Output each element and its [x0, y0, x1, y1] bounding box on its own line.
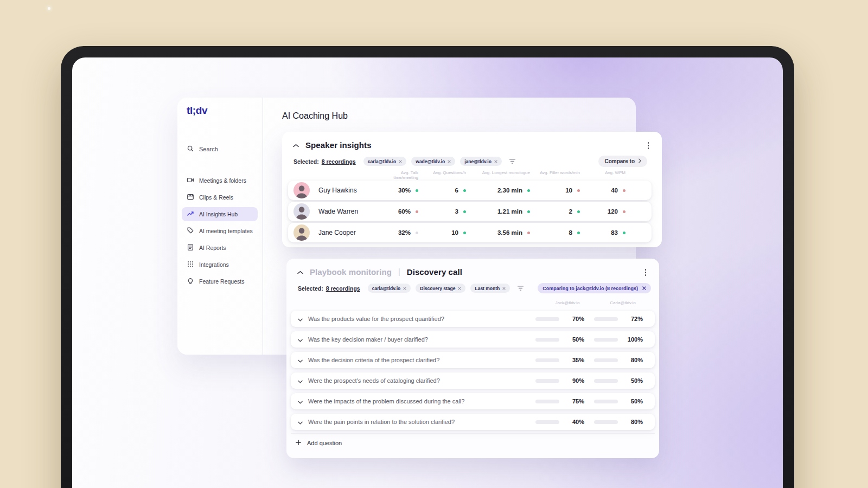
- sidebar-item-label: Feature Requests: [199, 278, 244, 285]
- table-row[interactable]: Jane Cooper 32% 10 3.56 min 8 83: [288, 223, 652, 242]
- question-text: Was the decision criteria of the prospec…: [308, 357, 530, 363]
- close-icon[interactable]: [642, 286, 646, 291]
- close-icon[interactable]: [448, 159, 451, 164]
- sidebar-item-clips[interactable]: Clips & Reels: [182, 190, 258, 204]
- kebab-menu-icon[interactable]: [644, 268, 648, 277]
- sidebar-item-feature-requests[interactable]: Feature Requests: [182, 274, 258, 288]
- progress-bar-right: [594, 400, 618, 403]
- table-row[interactable]: Wade Warren 60% 3 1.21 min 2 120: [288, 202, 652, 221]
- sidebar-item-ai-insights-hub[interactable]: AI Insights Hub: [182, 207, 258, 221]
- playbook-title-muted: Playbook monitoring: [310, 267, 392, 277]
- filter-chip[interactable]: Discovery stage: [416, 284, 465, 293]
- question-row[interactable]: Were the prospect's needs of cataloging …: [291, 373, 655, 389]
- progress-bar-left: [535, 317, 559, 321]
- question-row[interactable]: Was the key decision maker / buyer clari…: [291, 331, 655, 348]
- grid-dots-icon: [187, 260, 194, 269]
- filter-chip[interactable]: carla@tldv.io: [368, 284, 411, 293]
- question-row[interactable]: Was the decision criteria of the prospec…: [291, 352, 655, 368]
- kebab-menu-icon[interactable]: [647, 141, 650, 150]
- chevron-right-icon: [639, 158, 641, 164]
- percent-label-left: 75%: [565, 398, 584, 404]
- filter-lines-icon[interactable]: [509, 158, 516, 164]
- speaker-rows: Guy Hawkins 30% 6 2.30 min 10 40 Wade Wa…: [288, 181, 652, 242]
- sidebar-item-integrations[interactable]: Integrations: [182, 258, 258, 272]
- chip-label: carla@tldv.io: [368, 159, 397, 164]
- selected-recordings-link[interactable]: 8 recordings: [322, 158, 356, 165]
- sidebar-item-ai-reports[interactable]: AI Reports: [182, 241, 258, 255]
- metric-value: 10: [418, 229, 458, 236]
- percent-label-right: 100%: [623, 336, 643, 343]
- progress-bar-left: [535, 338, 559, 342]
- speaker-panel-title: Speaker insights: [305, 140, 372, 150]
- chevron-down-icon[interactable]: [298, 396, 303, 406]
- filter-chip[interactable]: Last month: [470, 284, 510, 293]
- close-icon[interactable]: [502, 286, 506, 291]
- metric-value: 8: [530, 229, 572, 236]
- speaker-name: Guy Hawkins: [318, 187, 357, 194]
- sidebar-item-label: Integrations: [199, 261, 229, 268]
- sidebar-item-label: AI meeting templates: [199, 228, 253, 234]
- percent-label-right: 80%: [623, 419, 643, 425]
- chevron-up-icon[interactable]: [297, 267, 303, 277]
- progress-bar-left: [535, 379, 559, 383]
- sidebar-item-ai-meeting-templates[interactable]: AI meeting templates: [182, 224, 258, 238]
- table-row[interactable]: Guy Hawkins 30% 6 2.30 min 10 40: [288, 181, 652, 200]
- speaker-metrics: 60% 3 1.21 min 2 120: [380, 202, 626, 221]
- page-title: AI Coaching Hub: [282, 111, 348, 121]
- chevron-down-icon[interactable]: [298, 417, 303, 427]
- question-text: Were the pain points in relation to the …: [308, 419, 530, 425]
- search-input[interactable]: Search: [187, 145, 218, 153]
- column-header: Avg. Questions/h: [418, 170, 466, 180]
- question-text: Were the impacts of the problem discusse…: [308, 398, 530, 404]
- laptop-frame: tl;dv Search: [61, 46, 794, 488]
- comparing-chip[interactable]: Comparing to jack@tldv.io (8 recordings): [538, 283, 651, 293]
- compare-to-button[interactable]: Compare to: [598, 156, 647, 167]
- filter-chip[interactable]: jane@tldv.io: [460, 157, 502, 166]
- speaker-panel-header: Speaker insights: [293, 140, 372, 150]
- sidebar-item-meetings[interactable]: Meetings & folders: [182, 174, 258, 188]
- question-row[interactable]: Were the impacts of the problem discusse…: [291, 393, 655, 409]
- progress-bar-right: [594, 420, 618, 424]
- avatar: [293, 182, 310, 198]
- close-icon[interactable]: [458, 286, 461, 291]
- playbook-monitoring-panel: Playbook monitoring | Discovery call Sel…: [286, 259, 659, 458]
- plus-icon: [296, 440, 301, 446]
- comparing-chip-label: Comparing to jack@tldv.io (8 recordings): [542, 286, 638, 291]
- close-icon[interactable]: [494, 159, 497, 164]
- selected-recordings-link[interactable]: 8 recordings: [326, 285, 360, 292]
- chevron-down-icon[interactable]: [298, 376, 303, 386]
- percent-label-left: 50%: [565, 336, 584, 343]
- filter-lines-icon[interactable]: [517, 285, 524, 291]
- playbook-title: Discovery call: [407, 267, 462, 277]
- column-header: Avg. Longest monologue: [466, 170, 530, 180]
- progress-bar-right: [594, 358, 618, 362]
- chevron-down-icon[interactable]: [298, 314, 303, 324]
- percent-label-right: 50%: [623, 398, 643, 404]
- report-icon: [187, 243, 194, 252]
- question-row[interactable]: Were the pain points in relation to the …: [291, 414, 655, 430]
- speaker-metrics: 30% 6 2.30 min 10 40: [380, 181, 626, 200]
- question-text: Was the key decision maker / buyer clari…: [308, 336, 530, 343]
- sparkle-decor: [48, 7, 50, 10]
- metric-value: 10: [530, 187, 572, 194]
- title-separator: |: [398, 267, 400, 276]
- question-text: Were the prospect's needs of cataloging …: [308, 377, 530, 384]
- search-label: Search: [199, 146, 218, 152]
- chip-label: carla@tldv.io: [372, 286, 401, 291]
- metric-value: 32%: [380, 229, 411, 236]
- question-row[interactable]: Was the products value for the prospect …: [291, 311, 655, 327]
- close-icon[interactable]: [403, 286, 406, 291]
- close-icon[interactable]: [399, 159, 402, 164]
- chevron-down-icon[interactable]: [298, 335, 303, 344]
- chevron-down-icon[interactable]: [298, 355, 303, 365]
- percent-label-right: 80%: [623, 357, 643, 363]
- add-question-button[interactable]: Add question: [291, 434, 655, 446]
- chevron-up-icon[interactable]: [293, 140, 299, 150]
- selected-label: Selected:: [298, 285, 323, 292]
- trend-chart-icon: [187, 210, 194, 219]
- filter-chip[interactable]: wade@tldv.io: [411, 157, 455, 166]
- column-header: Avg. Filler words/min: [530, 170, 580, 180]
- filter-chip[interactable]: carla@tldv.io: [363, 157, 407, 166]
- metric-value: 1.21 min: [466, 208, 522, 215]
- metric-value: 120: [580, 208, 618, 215]
